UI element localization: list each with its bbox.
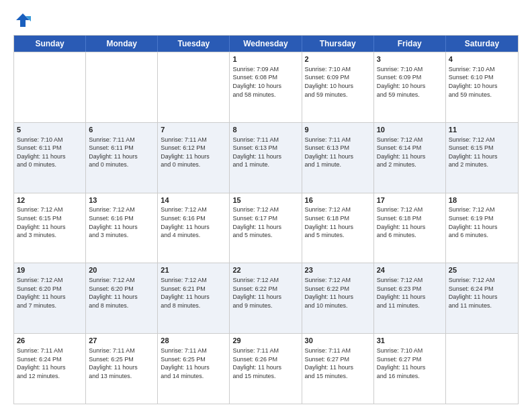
calendar-cell-week1-day4: 9Sunrise: 7:11 AM Sunset: 6:13 PM Daylig… (302, 123, 374, 193)
calendar-row-3: 19Sunrise: 7:12 AM Sunset: 6:20 PM Dayli… (14, 263, 518, 333)
calendar-cell-week0-day0 (14, 52, 86, 122)
day-number: 25 (449, 265, 515, 275)
day-info: Sunrise: 7:12 AM Sunset: 6:24 PM Dayligh… (449, 276, 515, 310)
calendar-cell-week1-day2: 7Sunrise: 7:11 AM Sunset: 6:12 PM Daylig… (158, 123, 230, 193)
calendar-cell-week2-day2: 14Sunrise: 7:12 AM Sunset: 6:16 PM Dayli… (158, 193, 230, 263)
calendar-row-1: 5Sunrise: 7:10 AM Sunset: 6:11 PM Daylig… (14, 122, 518, 193)
day-number: 6 (89, 125, 154, 135)
day-number: 27 (89, 336, 154, 346)
calendar-body: 1Sunrise: 7:09 AM Sunset: 6:08 PM Daylig… (14, 52, 518, 404)
day-number: 15 (232, 195, 298, 205)
calendar-cell-week4-day1: 27Sunrise: 7:11 AM Sunset: 6:25 PM Dayli… (86, 334, 158, 404)
day-number: 21 (161, 265, 226, 275)
day-info: Sunrise: 7:11 AM Sunset: 6:24 PM Dayligh… (17, 347, 83, 380)
day-info: Sunrise: 7:11 AM Sunset: 6:12 PM Dayligh… (161, 136, 226, 169)
calendar-cell-week3-day0: 19Sunrise: 7:12 AM Sunset: 6:20 PM Dayli… (14, 263, 86, 333)
day-number: 10 (377, 125, 443, 135)
day-info: Sunrise: 7:12 AM Sunset: 6:15 PM Dayligh… (17, 205, 83, 239)
day-info: Sunrise: 7:12 AM Sunset: 6:18 PM Dayligh… (305, 205, 371, 239)
day-info: Sunrise: 7:12 AM Sunset: 6:16 PM Dayligh… (161, 205, 226, 239)
logo-icon (13, 11, 32, 30)
day-info: Sunrise: 7:12 AM Sunset: 6:19 PM Dayligh… (449, 205, 515, 239)
day-number: 18 (449, 195, 515, 205)
day-number: 11 (449, 125, 515, 135)
calendar-cell-week1-day0: 5Sunrise: 7:10 AM Sunset: 6:11 PM Daylig… (14, 123, 86, 193)
day-number: 29 (232, 336, 298, 346)
day-number: 31 (377, 336, 443, 346)
day-number: 30 (305, 336, 371, 346)
header-cell-friday: Friday (374, 36, 446, 52)
day-number: 2 (305, 54, 371, 64)
calendar-row-0: 1Sunrise: 7:09 AM Sunset: 6:08 PM Daylig… (14, 52, 518, 122)
day-number: 4 (449, 54, 515, 64)
header-cell-tuesday: Tuesday (158, 36, 230, 52)
calendar-cell-week4-day5: 31Sunrise: 7:10 AM Sunset: 6:27 PM Dayli… (374, 334, 446, 404)
calendar-cell-week0-day6: 4Sunrise: 7:10 AM Sunset: 6:10 PM Daylig… (446, 52, 518, 122)
day-info: Sunrise: 7:11 AM Sunset: 6:13 PM Dayligh… (305, 136, 371, 169)
day-info: Sunrise: 7:11 AM Sunset: 6:26 PM Dayligh… (232, 347, 298, 380)
header-cell-thursday: Thursday (302, 36, 374, 52)
day-number: 5 (17, 125, 83, 135)
day-info: Sunrise: 7:10 AM Sunset: 6:10 PM Dayligh… (449, 65, 515, 99)
calendar-cell-week3-day1: 20Sunrise: 7:12 AM Sunset: 6:20 PM Dayli… (86, 263, 158, 333)
day-info: Sunrise: 7:11 AM Sunset: 6:25 PM Dayligh… (161, 347, 226, 380)
day-info: Sunrise: 7:10 AM Sunset: 6:09 PM Dayligh… (305, 65, 371, 99)
calendar-cell-week2-day1: 13Sunrise: 7:12 AM Sunset: 6:16 PM Dayli… (86, 193, 158, 263)
calendar-cell-week4-day4: 30Sunrise: 7:11 AM Sunset: 6:27 PM Dayli… (302, 334, 374, 404)
day-number: 1 (232, 54, 298, 64)
day-number: 23 (305, 265, 371, 275)
day-info: Sunrise: 7:11 AM Sunset: 6:13 PM Dayligh… (232, 136, 298, 169)
svg-marker-0 (16, 13, 30, 27)
calendar-cell-week4-day0: 26Sunrise: 7:11 AM Sunset: 6:24 PM Dayli… (14, 334, 86, 404)
page: SundayMondayTuesdayWednesdayThursdayFrid… (0, 0, 532, 411)
header-cell-saturday: Saturday (446, 36, 518, 52)
header-cell-sunday: Sunday (14, 36, 86, 52)
calendar: SundayMondayTuesdayWednesdayThursdayFrid… (13, 35, 519, 404)
calendar-cell-week0-day4: 2Sunrise: 7:10 AM Sunset: 6:09 PM Daylig… (302, 52, 374, 122)
calendar-cell-week3-day5: 24Sunrise: 7:12 AM Sunset: 6:23 PM Dayli… (374, 263, 446, 333)
calendar-cell-week4-day6 (446, 334, 518, 404)
day-info: Sunrise: 7:09 AM Sunset: 6:08 PM Dayligh… (232, 65, 298, 99)
calendar-cell-week4-day2: 28Sunrise: 7:11 AM Sunset: 6:25 PM Dayli… (158, 334, 230, 404)
calendar-cell-week1-day1: 6Sunrise: 7:11 AM Sunset: 6:11 PM Daylig… (86, 123, 158, 193)
calendar-cell-week0-day5: 3Sunrise: 7:10 AM Sunset: 6:09 PM Daylig… (374, 52, 446, 122)
header-cell-monday: Monday (86, 36, 158, 52)
calendar-cell-week2-day5: 17Sunrise: 7:12 AM Sunset: 6:18 PM Dayli… (374, 193, 446, 263)
day-info: Sunrise: 7:11 AM Sunset: 6:27 PM Dayligh… (305, 347, 371, 380)
day-number: 9 (305, 125, 371, 135)
day-info: Sunrise: 7:12 AM Sunset: 6:15 PM Dayligh… (449, 136, 515, 169)
calendar-header-row: SundayMondayTuesdayWednesdayThursdayFrid… (14, 36, 518, 52)
day-info: Sunrise: 7:10 AM Sunset: 6:11 PM Dayligh… (17, 136, 83, 169)
day-info: Sunrise: 7:12 AM Sunset: 6:16 PM Dayligh… (89, 205, 154, 239)
calendar-cell-week1-day6: 11Sunrise: 7:12 AM Sunset: 6:15 PM Dayli… (446, 123, 518, 193)
day-info: Sunrise: 7:12 AM Sunset: 6:17 PM Dayligh… (232, 205, 298, 239)
day-number: 28 (161, 336, 226, 346)
day-number: 12 (17, 195, 83, 205)
day-number: 7 (161, 125, 226, 135)
calendar-row-4: 26Sunrise: 7:11 AM Sunset: 6:24 PM Dayli… (14, 333, 518, 404)
calendar-cell-week0-day1 (86, 52, 158, 122)
day-number: 14 (161, 195, 226, 205)
calendar-cell-week0-day2 (158, 52, 230, 122)
calendar-cell-week3-day3: 22Sunrise: 7:12 AM Sunset: 6:22 PM Dayli… (230, 263, 302, 333)
calendar-cell-week0-day3: 1Sunrise: 7:09 AM Sunset: 6:08 PM Daylig… (230, 52, 302, 122)
day-number: 24 (377, 265, 443, 275)
calendar-cell-week2-day6: 18Sunrise: 7:12 AM Sunset: 6:19 PM Dayli… (446, 193, 518, 263)
day-number: 3 (377, 54, 443, 64)
day-info: Sunrise: 7:10 AM Sunset: 6:09 PM Dayligh… (377, 65, 443, 99)
calendar-cell-week3-day6: 25Sunrise: 7:12 AM Sunset: 6:24 PM Dayli… (446, 263, 518, 333)
day-info: Sunrise: 7:11 AM Sunset: 6:25 PM Dayligh… (89, 347, 154, 380)
day-number: 26 (17, 336, 83, 346)
calendar-row-2: 12Sunrise: 7:12 AM Sunset: 6:15 PM Dayli… (14, 193, 518, 263)
logo (13, 11, 35, 30)
calendar-cell-week1-day3: 8Sunrise: 7:11 AM Sunset: 6:13 PM Daylig… (230, 123, 302, 193)
calendar-cell-week3-day2: 21Sunrise: 7:12 AM Sunset: 6:21 PM Dayli… (158, 263, 230, 333)
header-cell-wednesday: Wednesday (230, 36, 302, 52)
calendar-cell-week2-day4: 16Sunrise: 7:12 AM Sunset: 6:18 PM Dayli… (302, 193, 374, 263)
calendar-cell-week3-day4: 23Sunrise: 7:12 AM Sunset: 6:22 PM Dayli… (302, 263, 374, 333)
day-info: Sunrise: 7:12 AM Sunset: 6:22 PM Dayligh… (232, 276, 298, 310)
day-number: 8 (232, 125, 298, 135)
day-info: Sunrise: 7:11 AM Sunset: 6:11 PM Dayligh… (89, 136, 154, 169)
day-info: Sunrise: 7:12 AM Sunset: 6:23 PM Dayligh… (377, 276, 443, 310)
calendar-cell-week4-day3: 29Sunrise: 7:11 AM Sunset: 6:26 PM Dayli… (230, 334, 302, 404)
